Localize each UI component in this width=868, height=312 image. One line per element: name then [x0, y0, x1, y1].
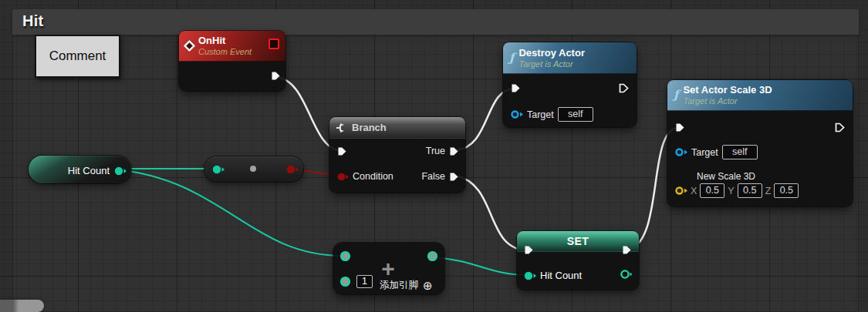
add-operator-icon: + [378, 258, 398, 280]
add-input-a-pin[interactable] [339, 250, 351, 262]
wire-data-add-set[interactable] [432, 257, 529, 275]
exec-in-pin[interactable] [524, 245, 534, 255]
comment-node[interactable]: Comment [35, 35, 120, 78]
exec-pin-icon [675, 122, 685, 133]
y-value-field[interactable]: 0.5 [738, 183, 762, 198]
exec-pin-icon [449, 172, 459, 182]
exec-pin-icon [271, 71, 281, 81]
compare-operator-dot-icon [250, 166, 256, 172]
target-label: Target [527, 109, 554, 120]
node-title: Branch [352, 122, 387, 133]
exec-pin-icon [449, 146, 459, 156]
add-pin-button[interactable]: 添加引脚 ⊕ [380, 279, 433, 292]
event-override-indicator-icon[interactable] [269, 39, 279, 49]
node-subtitle: Target is Actor [683, 96, 772, 106]
object-pin-icon [511, 110, 523, 119]
true-exec-out-pin[interactable]: True [426, 146, 459, 156]
node-subtitle: Target is Actor [518, 59, 584, 69]
node-title: Destroy Actor [518, 48, 584, 59]
onhit-event-node[interactable]: OnHit Custom Event [179, 31, 285, 91]
z-value-field[interactable]: 0.5 [774, 183, 799, 198]
add-output-pin[interactable] [427, 250, 438, 262]
new-scale-label: New Scale 3D [697, 171, 755, 182]
destroy-actor-node[interactable]: ƒ Destroy Actor Target is Actor Target s… [503, 42, 637, 127]
add-pin-plus-icon: ⊕ [423, 280, 433, 291]
set-value-in-pin[interactable]: Hit Count [524, 270, 582, 281]
exec-pin-icon-hollow [835, 122, 845, 133]
int-pin-ring-icon [427, 250, 438, 262]
int-pin-icon [114, 166, 127, 176]
vector-pin-icon [675, 186, 687, 195]
z-label: Z [765, 186, 772, 196]
exec-out-pin[interactable] [835, 122, 845, 133]
bool-pin-icon [286, 165, 299, 174]
exec-pin-icon [337, 146, 347, 156]
set-value-out-pin[interactable] [620, 270, 633, 279]
bool-pin-icon [337, 173, 349, 181]
compare-node[interactable] [204, 156, 303, 182]
exec-pin-icon [524, 245, 534, 255]
hit-count-getter-node[interactable]: Hit Count [29, 156, 131, 183]
horizontal-scrollbar-thumb[interactable] [0, 300, 44, 312]
object-pin-icon [675, 148, 687, 156]
set-hit-count-node[interactable]: SET Hit Count [517, 231, 639, 290]
add-pin-label: 添加引脚 [380, 279, 418, 292]
node-title: OnHit [198, 35, 252, 46]
exec-out-pin[interactable] [622, 245, 632, 255]
exec-pin-icon [622, 245, 632, 255]
x-label: X [691, 186, 697, 196]
node-subtitle: Custom Event [198, 47, 252, 56]
target-value-field[interactable]: self [722, 145, 758, 159]
false-label: False [421, 171, 445, 182]
compare-in-pin[interactable] [212, 165, 225, 174]
true-label: True [426, 146, 445, 156]
blueprint-graph-canvas[interactable]: Hit Comment OnHit Custom Event [0, 0, 868, 312]
node-title: Set Actor Scale 3D [683, 85, 772, 96]
new-scale-pin[interactable]: X 0.5 Y 0.5 Z 0.5 [675, 183, 799, 198]
function-icon: ƒ [509, 52, 514, 64]
hit-count-out-pin[interactable]: Hit Count [68, 165, 127, 176]
node-title: SET [567, 236, 589, 247]
exec-in-pin[interactable] [337, 146, 347, 156]
exec-out-pin[interactable] [271, 71, 281, 81]
target-pin[interactable]: Target self [675, 145, 758, 159]
int-pin-icon [524, 271, 536, 280]
add-input-b-pin[interactable]: 1 [339, 275, 373, 288]
compare-out-pin[interactable] [286, 165, 299, 174]
exec-pin-icon [511, 83, 521, 93]
condition-pin[interactable]: Condition [337, 171, 393, 182]
add-operand-field[interactable]: 1 [356, 275, 373, 288]
x-value-field[interactable]: 0.5 [700, 183, 724, 198]
condition-label: Condition [353, 171, 393, 182]
target-value-field[interactable]: self [558, 107, 593, 122]
exec-in-pin[interactable] [675, 122, 685, 133]
set-pin-label: Hit Count [540, 270, 582, 281]
target-label: Target [691, 147, 718, 158]
exec-out-pin[interactable] [619, 83, 629, 93]
int-pin-ring-icon [339, 250, 351, 262]
add-node[interactable]: 1 + 添加引脚 ⊕ [333, 243, 444, 294]
exec-pin-icon-hollow [619, 83, 629, 93]
set-actor-scale-node[interactable]: ƒ Set Actor Scale 3D Target is Actor Tar… [667, 80, 853, 206]
comment-node-label: Comment [49, 49, 106, 64]
false-exec-out-pin[interactable]: False [421, 171, 459, 182]
int-pin-ring-icon [339, 276, 351, 287]
int-pin-ring-icon [620, 270, 633, 279]
function-icon: ƒ [674, 89, 678, 101]
branch-icon [336, 122, 347, 133]
custom-event-icon [184, 40, 196, 52]
target-pin[interactable]: Target self [511, 107, 593, 122]
getter-label: Hit Count [68, 165, 110, 176]
wire-data-hitcount-add[interactable] [117, 169, 343, 256]
int-pin-icon [212, 165, 225, 174]
exec-in-pin[interactable] [511, 83, 521, 93]
y-label: Y [728, 186, 734, 196]
branch-node[interactable]: Branch Condition True False [329, 117, 465, 193]
